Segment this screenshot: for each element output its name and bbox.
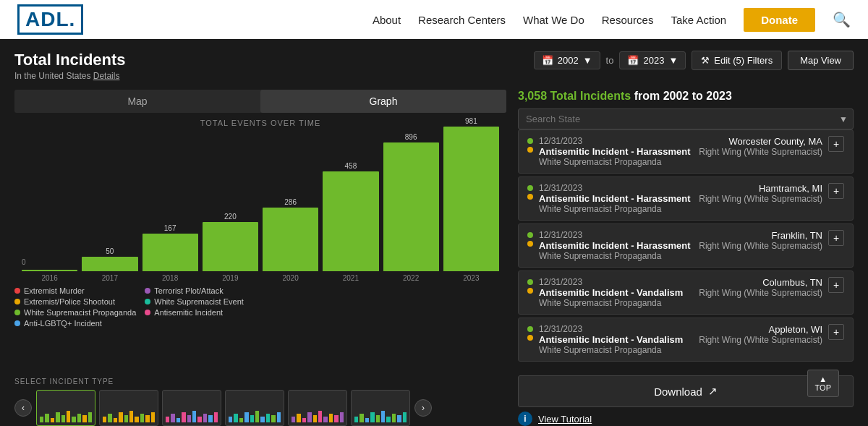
bar[interactable]: [263, 208, 318, 271]
thumb-bar: [271, 415, 275, 422]
thumb-item[interactable]: [36, 390, 95, 426]
thumb-item[interactable]: [99, 390, 158, 426]
incident-type: Antisemitic Incident - Vandalism: [539, 287, 693, 298]
incident-expand-button[interactable]: +: [828, 136, 844, 152]
thumb-bar: [381, 411, 385, 422]
tab-map[interactable]: Map: [14, 90, 260, 113]
prev-thumb-button[interactable]: ‹: [14, 399, 32, 417]
date-to-selector[interactable]: 📅 2023 ▼: [619, 51, 686, 69]
incident-expand-button[interactable]: +: [828, 230, 844, 246]
thumb-bar: [145, 415, 149, 422]
nav-about[interactable]: About: [373, 14, 401, 26]
thumb-item[interactable]: [162, 390, 221, 426]
bar-label: 2017: [102, 274, 118, 282]
view-tutorial[interactable]: i View Tutorial: [518, 412, 854, 426]
incident-dot-col: [527, 277, 533, 294]
thumb-bar: [77, 414, 81, 422]
search-state-input[interactable]: [518, 108, 854, 129]
thumb-bar: [88, 412, 92, 422]
bar[interactable]: [203, 222, 258, 271]
download-button[interactable]: Download ↗: [518, 375, 854, 407]
thumb-item[interactable]: [351, 390, 410, 426]
list-item: 12/31/2023 Antisemitic Incident - Vandal…: [518, 270, 854, 315]
filter-button[interactable]: ⚒ Edit (5) Filters: [692, 51, 782, 70]
incident-info: 12/31/2023 Antisemitic Incident - Harass…: [539, 183, 693, 214]
incident-right: Columbus, TN Right Wing (White Supremaci…: [699, 277, 822, 298]
incident-expand-button[interactable]: +: [828, 183, 844, 199]
tab-graph[interactable]: Graph: [260, 90, 506, 113]
incident-dot-col: [527, 324, 533, 341]
thumb-bar: [386, 417, 390, 422]
incident-location: Franklin, TN: [699, 230, 822, 241]
incident-location: Appleton, WI: [699, 324, 822, 335]
thumb-bar: [140, 414, 144, 422]
search-state-wrap: ▼: [518, 108, 854, 129]
incident-info: 12/31/2023 Antisemitic Incident - Vandal…: [539, 324, 693, 355]
left-panel: Map Graph TOTAL EVENTS OVER TIME 0 20165…: [14, 90, 506, 426]
bar[interactable]: [443, 127, 499, 271]
legend-dot: [145, 310, 150, 315]
incidents-list: 12/31/2023 Antisemitic Incident - Harass…: [518, 129, 854, 370]
thumb-item[interactable]: [225, 390, 284, 426]
date-from-selector[interactable]: 📅 2002 ▼: [534, 51, 600, 69]
bar[interactable]: [22, 270, 77, 271]
details-link[interactable]: Details: [93, 71, 120, 81]
bar[interactable]: [383, 142, 439, 271]
thumb-bar: [82, 415, 86, 422]
date-from-value: 2002: [558, 55, 579, 66]
bar[interactable]: [323, 171, 378, 271]
right-panel: 3,058 Total Incidents from 2002 to 2023 …: [518, 90, 854, 426]
nav: About Research Centers What We Do Resour…: [373, 8, 851, 32]
thumb-bar: [313, 415, 317, 422]
nav-what-we-do[interactable]: What We Do: [523, 14, 584, 26]
info-badge: i: [518, 412, 532, 426]
filter-icon: ⚒: [701, 55, 710, 66]
thumb-bar: [114, 418, 117, 422]
incident-expand-button[interactable]: +: [828, 277, 844, 293]
bar-group: 1672018: [142, 224, 198, 282]
results-header: 3,058 Total Incidents from 2002 to 2023: [518, 90, 854, 103]
select-incident-label: SELECT INCIDENT TYPE: [14, 378, 506, 385]
incident-right: Appleton, WI Right Wing (White Supremaci…: [699, 324, 822, 345]
legend-label: Extremist Murder: [24, 286, 85, 295]
donate-button[interactable]: Donate: [744, 8, 815, 32]
incident-location: Worcester County, MA: [699, 136, 822, 147]
thumb-bar: [302, 418, 306, 422]
nav-resources[interactable]: Resources: [602, 14, 654, 26]
incident-expand-button[interactable]: +: [828, 324, 844, 340]
incident-thumbnails: ‹ ›: [14, 390, 506, 426]
bar[interactable]: [142, 234, 198, 271]
bar-group: 9812023: [443, 117, 499, 282]
date-to-value: 2023: [643, 55, 664, 66]
list-item: 12/31/2023 Antisemitic Incident - Harass…: [518, 176, 854, 221]
nav-research-centers[interactable]: Research Centers: [418, 14, 506, 26]
thumb-bar: [277, 412, 281, 422]
list-item: 12/31/2023 Antisemitic Incident - Harass…: [518, 129, 854, 174]
to-text: to: [606, 55, 614, 66]
filter-label: Edit (5) Filters: [714, 55, 773, 66]
legend-label: Terrorist Plot/Attack: [154, 286, 223, 295]
nav-take-action[interactable]: Take Action: [671, 14, 726, 26]
incident-tag: Right Wing (White Supremacist): [699, 241, 822, 251]
thumb-bar: [192, 411, 196, 422]
thumb-bar: [370, 412, 374, 422]
bar[interactable]: [82, 257, 137, 271]
chart-zero: 0: [22, 258, 26, 266]
top-button[interactable]: ▲ TOP: [807, 370, 839, 397]
bar-label: 2016: [42, 274, 58, 282]
map-view-button[interactable]: Map View: [788, 51, 854, 70]
bar-value: 286: [284, 198, 297, 206]
legend-dot: [145, 288, 150, 294]
bar-label: 2020: [283, 274, 299, 282]
thumb-bar: [187, 415, 191, 422]
thumb-bar: [208, 415, 212, 422]
search-icon[interactable]: 🔍: [833, 11, 851, 28]
bar-chart: 0 20165020171672018220201928620204582021…: [14, 130, 506, 282]
next-thumb-button[interactable]: ›: [414, 399, 432, 417]
thumb-bar: [119, 412, 122, 422]
legend-item: Extremist/Police Shootout: [14, 297, 136, 306]
incident-dot-orange: [527, 147, 533, 153]
legend-item: White Supremacist Propaganda: [14, 308, 136, 317]
thumb-item[interactable]: [288, 390, 347, 426]
bar-value: 458: [345, 162, 357, 170]
